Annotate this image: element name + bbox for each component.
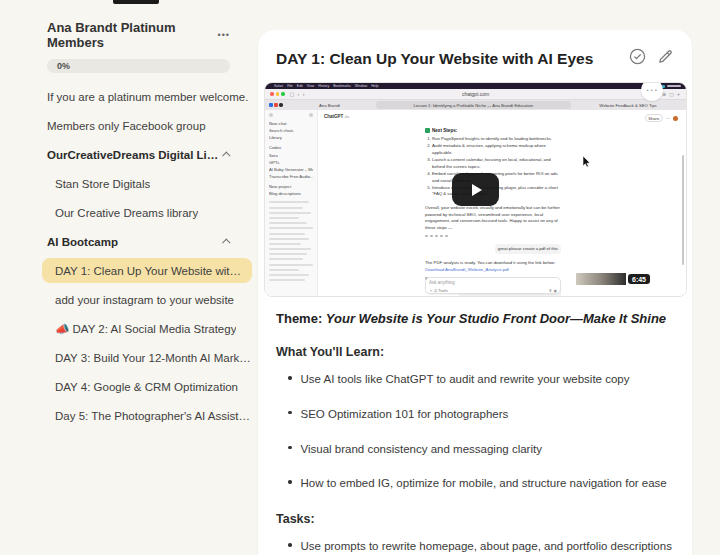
sidebar-item[interactable]: Stan Store Digitals — [47, 169, 252, 198]
progress-label: 0% — [47, 61, 70, 71]
sidebar-item[interactable]: DAY 1: Clean Up Your Website with AI Ey… — [42, 258, 252, 283]
list-item: Visual brand consistency and messaging c… — [276, 441, 674, 459]
learn-list: Use AI tools like ChatGPT to audit and r… — [276, 371, 674, 493]
page-title: DAY 1: Clean Up Your Website with AI Eye… — [276, 50, 593, 68]
lesson-card: DAY 1: Clean Up Your Website with AI Eye… — [258, 30, 692, 555]
play-button[interactable] — [452, 173, 499, 206]
progress-bar: 0% — [47, 59, 230, 73]
sidebar-item[interactable]: If you are a platinum member welcome. — [47, 82, 252, 111]
sidebar-item[interactable]: DAY 4: Google & CRM Optimization — [47, 372, 252, 401]
theme-label: Theme: — [276, 311, 322, 326]
course-title: Ana Brandt Platinum Members — [47, 20, 218, 50]
scrubber-preview — [576, 273, 626, 285]
list-item: How to embed IG, optimize for mobile, an… — [276, 475, 674, 493]
sidebar-item[interactable]: Day 5: The Photographer's AI Assistant — [47, 401, 252, 430]
tasks-list: Use prompts to rewrite homepage, about p… — [276, 538, 674, 555]
list-item: SEO Optimization 101 for photographers — [276, 406, 674, 424]
edit-pencil-icon[interactable] — [657, 48, 674, 69]
mark-complete-icon[interactable] — [629, 48, 646, 69]
sidebar-item[interactable]: Members only Facebook group — [47, 111, 252, 140]
sidebar-item[interactable]: AI Bootcamp — [47, 227, 252, 256]
sidebar-item[interactable]: add your instagram to your website — [47, 285, 252, 314]
sidebar-item[interactable]: OurCreativeDreams Digital Library … — [47, 140, 252, 169]
play-icon — [472, 184, 482, 196]
course-sidebar: Ana Brandt Platinum Members 0% If you ar… — [0, 0, 258, 555]
video-duration-badge: 6:45 — [628, 274, 650, 284]
lesson-video-thumbnail[interactable]: SafariFileEditViewHistoryBookmarksWindow… — [264, 82, 687, 297]
sidebar-item[interactable]: Our Creative Dreams library — [47, 198, 252, 227]
sidebar-item[interactable]: 📣 DAY 2: AI Social Media Strategy — [47, 314, 252, 343]
lesson-list: If you are a platinum member welcome. Me… — [0, 82, 258, 430]
more-options-icon[interactable] — [218, 30, 230, 40]
chevron-up-icon[interactable] — [222, 238, 230, 246]
sidebar-item[interactable]: DAY 3: Build Your 12-Month AI Marketin… — [47, 343, 252, 372]
tasks-heading: Tasks: — [276, 512, 674, 526]
theme-text: Your Website is Your Studio Front Door—M… — [326, 311, 666, 326]
theme-line: Theme: Your Website is Your Studio Front… — [276, 311, 674, 326]
learn-heading: What You'll Learn: — [276, 345, 674, 359]
list-item: Use AI tools like ChatGPT to audit and r… — [276, 371, 674, 389]
list-item: Use prompts to rewrite homepage, about p… — [276, 538, 674, 555]
